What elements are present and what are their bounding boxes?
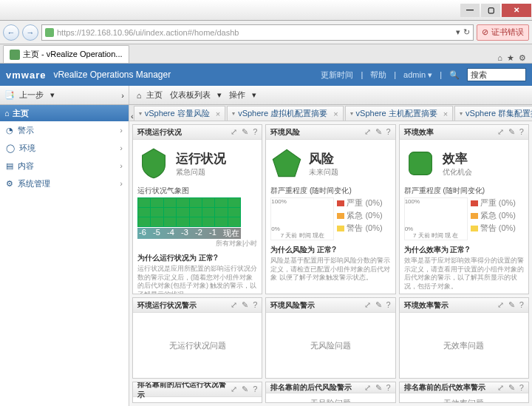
expand-icon[interactable]: ⤢ [497,383,504,393]
sidebar-item-content[interactable]: ▤内容 › [0,157,129,175]
expand-icon[interactable]: ⤢ [497,127,504,137]
edit-icon[interactable]: ✎ [375,383,382,393]
address-bar[interactable]: https://192.168.10.96/ui/index.action#/h… [41,24,474,41]
window-close-button[interactable]: ✕ [502,4,531,17]
heatmap-footer: 所有对象|小时 [137,239,257,248]
search-input[interactable]: 搜索 [467,68,526,81]
tab-host-config[interactable]: ▾vSphere 主机配置摘要× [345,106,453,121]
svg-marker-0 [273,149,301,176]
empty-msg: 无风险问题 [270,317,390,373]
sidebar-item-admin[interactable]: ⚙系统管理 › [0,175,129,192]
expand-icon[interactable]: ⤢ [364,127,371,137]
help-icon[interactable]: ? [253,385,257,394]
panel-title: 排名靠前的后代风险警示 [270,382,352,393]
favicon-icon [10,50,20,60]
health-why: 为什么运行状况为 正常? [137,253,257,263]
dashboard-list-menu[interactable]: 仪表板列表 ▾ [170,89,222,101]
panel-health: 环境运行状况 ⤢✎? 运行状况 紧急问题 运行状况气象图 [132,124,262,294]
chart-title: 群严重程度 (随时间变化) [270,186,390,196]
browser-forward-button[interactable]: → [22,24,38,41]
home-tab-button[interactable]: ⌂ 主页 [134,89,163,101]
cert-error-button[interactable]: ⊘ 证书错误 [477,24,529,41]
eff-title: 效率 [443,150,472,167]
empty-msg: 无风险问题 [270,398,390,402]
toolbar-chevron-right[interactable]: › [121,91,124,100]
risk-why: 为什么风险为 正常? [270,245,390,255]
edit-icon[interactable]: ✎ [508,300,515,310]
efficiency-badge-icon [404,147,437,180]
sidebar-item-alerts[interactable]: ◔警示 › [0,121,129,139]
window-maximize-button[interactable]: ▢ [481,4,500,17]
search-icon: 🔍 [449,70,460,80]
edit-icon[interactable]: ✎ [242,300,248,310]
help-icon[interactable]: ? [253,300,257,310]
edit-icon[interactable]: ✎ [375,300,382,310]
risk-desc: 风险是基于配置用于影响风险分数的警示定义，请检查已配置小组件对象的后代对象 以便… [270,257,390,282]
help-link[interactable]: 帮助 [370,70,386,81]
health-heatmap: -6-5-4-3-2-1现在 [137,197,257,239]
panel-risk-rank: 排名靠前的后代风险警示 ⤢✎? 无风险问题 [265,382,395,403]
help-icon[interactable]: ? [386,300,391,310]
help-icon[interactable]: ? [386,127,391,137]
expand-icon[interactable]: ⤢ [364,300,371,310]
risk-legend: 严重 (0%) 紧急 (0%) 警告 (0%) [337,197,382,240]
empty-msg: 无运行状况问题 [137,402,257,403]
home-icon[interactable]: ⌂ [497,53,502,63]
help-icon[interactable]: ? [253,127,257,137]
empty-msg: 无效率问题 [404,398,524,402]
dashboard-tabs: ‹ ▾vSphere 容量风险× ▾vSphere 虚拟机配置摘要× ▾vSph… [129,105,532,121]
svg-rect-1 [409,152,432,175]
help-icon[interactable]: ? [519,127,524,137]
panel-health-alert: 环境运行状况警示 ⤢✎? 无运行状况问题 [132,297,262,379]
expand-icon[interactable]: ⤢ [364,383,371,393]
panel-title: 排名靠前的后代效率警示 [404,382,485,393]
user-menu[interactable]: admin ▾ [403,70,432,80]
risk-chart: 100% 0% 7 天前 时间 现在 [270,197,334,240]
browser-tab[interactable]: 主页 - vRealize Operation... [3,45,129,63]
expand-icon[interactable]: ⤢ [231,127,237,137]
edit-icon[interactable]: ✎ [242,385,248,394]
health-badge-icon [137,147,170,180]
window-minimize-button[interactable]: — [460,4,480,17]
tab-vm-config[interactable]: ▾vSphere 虚拟机配置摘要× [227,106,343,121]
settings-icon[interactable]: ⚙ [519,53,526,63]
eff-legend: 严重 (0%) 紧急 (0%) 警告 (0%) [471,197,516,240]
panel-risk-alert: 环境风险警示 ⤢✎? 无风险问题 [265,297,395,379]
main-area: ‹ ▾vSphere 容量风险× ▾vSphere 虚拟机配置摘要× ▾vSph… [129,105,532,406]
browser-tab-label: 主页 - vRealize Operation... [23,49,123,60]
refresh-icon[interactable]: ↻ [463,27,470,37]
help-icon[interactable]: ? [519,300,524,310]
edit-icon[interactable]: ✎ [508,127,515,137]
chevron-right-icon: › [120,179,123,188]
sidebar-item-environment[interactable]: ◯环境 › [0,139,129,157]
edit-icon[interactable]: ✎ [508,383,515,393]
tab-cluster-config[interactable]: ▾vSphere 群集配置摘要× [454,106,532,121]
help-icon[interactable]: ? [519,383,524,393]
chevron-right-icon: › [120,143,123,152]
home-icon: ⌂ [4,109,10,118]
sidebar-header: ⌂ 主页 [0,105,129,121]
sidebar: ⌂ 主页 ◔警示 › ◯环境 › ▤内容 › ⚙系统管理 › [0,105,129,406]
eff-chart: 100% 0% 7 天前 时间 现 在 [404,197,468,240]
edit-icon[interactable]: ✎ [375,127,382,137]
panel-efficiency: 环境效率 ⤢✎? 效率 优化机会 群严重程度 (随时间变化) 100% [399,124,529,294]
chevron-right-icon: › [120,126,123,135]
sidebar-collapse-button[interactable]: 📑 [4,90,15,100]
panel-title: 环境风险 [270,127,300,138]
content-area: ⌂ 主页 ◔警示 › ◯环境 › ▤内容 › ⚙系统管理 › ‹ ▾vSpher… [0,105,532,406]
panel-title: 环境效率 [404,127,434,138]
tab-capacity-risk[interactable]: ▾vSphere 容量风险× [134,106,225,121]
content-icon: ▤ [6,161,13,171]
favorites-icon[interactable]: ★ [507,53,514,63]
expand-icon[interactable]: ⤢ [231,385,237,394]
edit-icon[interactable]: ✎ [242,127,248,137]
app-header: vmware vRealize Operations Manager 更新时间 … [0,64,532,86]
updated-link[interactable]: 更新时间 [321,70,353,81]
url-dropdown-icon[interactable]: ▾ [456,27,460,37]
expand-icon[interactable]: ⤢ [231,300,237,310]
back-step-button[interactable]: 上一步 ▾ [19,89,55,101]
help-icon[interactable]: ? [386,383,391,393]
actions-menu[interactable]: 操作 ▾ [229,89,256,101]
expand-icon[interactable]: ⤢ [497,300,504,310]
browser-back-button[interactable]: ← [3,24,19,41]
